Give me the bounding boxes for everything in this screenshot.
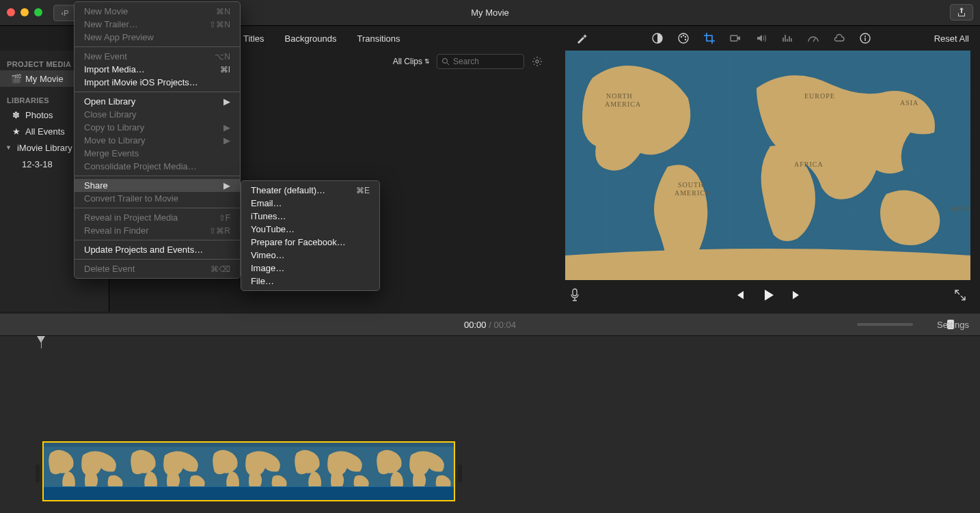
file-menu-item-share[interactable]: Share▶ [74, 179, 240, 192]
file-menu-separator [74, 92, 240, 92]
menu-item-label: Share [84, 180, 108, 191]
cloud-icon[interactable] [832, 31, 846, 45]
file-menu-item-copy-to-library: Copy to Library▶ [74, 121, 240, 134]
file-menu-item-import-media[interactable]: Import Media…⌘I [74, 63, 240, 76]
clip-audio-lane[interactable] [44, 486, 454, 500]
equalizer-icon[interactable] [780, 31, 794, 45]
menu-item-label: File… [251, 276, 274, 286]
menu-item-label: Reveal in Project Media [84, 212, 178, 223]
menu-item-shortcut: ⌘E [356, 186, 370, 195]
menu-item-shortcut: ⇧⌘R [209, 226, 230, 236]
menu-item-label: Theater (default)… [251, 185, 325, 195]
fullscreen-icon[interactable] [954, 289, 966, 303]
submenu-arrow-icon: ▶ [223, 122, 230, 133]
svg-text:EUROPE: EUROPE [804, 92, 835, 100]
world-map-preview: NORTHAMERICA SOUTHAMERICA EUROPE AFRICA … [565, 51, 970, 280]
share-menu-item-itunes[interactable]: iTunes… [241, 210, 379, 223]
submenu-arrow-icon: ▶ [223, 96, 230, 107]
share-menu-item-prepare-for-facebook[interactable]: Prepare for Facebook… [241, 236, 379, 249]
svg-rect-9 [865, 38, 865, 41]
tab-transitions[interactable]: Transitions [357, 33, 400, 44]
menu-item-label: Delete Event [84, 264, 135, 274]
svg-text:SOUTH: SOUTH [678, 181, 704, 189]
search-input-wrapper[interactable] [437, 54, 524, 69]
minimize-window-button[interactable] [21, 8, 29, 16]
timeline-header: 00:00 / 00:04 Settings [0, 313, 980, 336]
menu-item-label: Convert Trailer to Movie [84, 193, 178, 204]
file-menu-item-convert-trailer-to-movie: Convert Trailer to Movie [74, 192, 240, 205]
menu-item-label: Move to Library [84, 135, 146, 145]
share-menu-item-file[interactable]: File… [241, 275, 379, 288]
photos-icon: ✽ [11, 110, 21, 120]
file-menu-item-close-library: Close Library [74, 108, 240, 121]
menu-item-shortcut: ⇧⌘N [209, 20, 230, 29]
svg-text:NORTH: NORTH [606, 92, 633, 100]
file-menu-item-import-imovie-ios-projects[interactable]: Import iMovie iOS Projects… [74, 76, 240, 89]
file-menu-item-consolidate-project-media: Consolidate Project Media… [74, 160, 240, 173]
search-input[interactable] [453, 57, 515, 66]
file-menu-separator [74, 240, 240, 240]
share-menu-item-image[interactable]: Image… [241, 262, 379, 275]
zoom-window-button[interactable] [34, 8, 42, 16]
tab-backgrounds[interactable]: Backgrounds [285, 33, 337, 44]
svg-point-11 [536, 60, 539, 63]
reset-all-button[interactable]: Reset All [934, 33, 969, 44]
svg-point-10 [443, 59, 448, 64]
menu-item-shortcut: ⌘⌫ [210, 264, 230, 274]
camera-icon[interactable] [729, 31, 742, 45]
svg-text:AUSTR: AUSTR [951, 205, 970, 212]
menu-item-label: Prepare for Facebook… [251, 237, 346, 247]
contrast-icon[interactable] [651, 31, 664, 45]
svg-text:ASIA: ASIA [900, 99, 918, 107]
menu-item-shortcut: ⌘N [216, 7, 230, 16]
menu-item-label: New App Preview [84, 32, 154, 42]
share-top-button[interactable] [950, 4, 973, 20]
share-menu-item-email[interactable]: Email… [241, 197, 379, 210]
star-icon: ★ [11, 126, 21, 137]
file-menu-item-update-projects-and-events[interactable]: Update Projects and Events… [74, 243, 240, 256]
svg-point-3 [683, 35, 684, 36]
zoom-slider-track[interactable] [857, 323, 913, 326]
preview-canvas[interactable]: NORTHAMERICA SOUTHAMERICA EUROPE AFRICA … [565, 51, 970, 280]
file-menu-separator [74, 208, 240, 208]
info-icon[interactable] [858, 31, 872, 45]
file-menu-separator [74, 259, 240, 260]
svg-rect-6 [731, 36, 737, 41]
share-menu-item-theater-default[interactable]: Theater (default)…⌘E [241, 184, 379, 197]
inspector-toolbar: Reset All [565, 26, 980, 51]
file-menu: New Movie⌘NNew Trailer…⇧⌘NNew App Previe… [74, 1, 241, 279]
back-button[interactable]: ‹ P [53, 5, 77, 21]
timeline-settings-button[interactable]: Settings [937, 320, 969, 330]
next-button[interactable] [791, 289, 803, 303]
timeline[interactable] [0, 336, 980, 513]
palette-icon[interactable] [677, 31, 690, 45]
crop-icon[interactable] [703, 31, 716, 45]
preview-panel: NORTHAMERICA SOUTHAMERICA EUROPE AFRICA … [565, 51, 970, 311]
file-menu-item-open-library[interactable]: Open Library▶ [74, 95, 240, 108]
menu-item-label: YouTube… [251, 224, 295, 234]
menu-item-label: Close Library [84, 109, 137, 120]
chevron-updown-icon: ⇅ [424, 58, 430, 65]
close-window-button[interactable] [7, 8, 15, 16]
microphone-icon[interactable] [569, 288, 580, 304]
file-menu-item-reveal-in-project-media: Reveal in Project Media⇧F [74, 211, 240, 224]
clip-trim-handle-left[interactable] [36, 465, 40, 482]
volume-icon[interactable] [754, 31, 768, 45]
tab-titles[interactable]: Titles [243, 33, 264, 44]
menu-item-shortcut: ⌘I [220, 65, 230, 74]
play-button[interactable] [761, 288, 776, 305]
svg-text:AMERICA: AMERICA [675, 189, 711, 197]
speed-icon[interactable] [806, 31, 820, 45]
magic-wand-icon[interactable] [575, 31, 588, 45]
submenu-arrow-icon: ▶ [223, 135, 230, 145]
clip-trim-handle-right[interactable] [458, 465, 462, 482]
share-menu-item-youtube[interactable]: YouTube… [241, 223, 379, 236]
share-menu-item-vimeo[interactable]: Vimeo… [241, 249, 379, 262]
previous-button[interactable] [733, 289, 746, 303]
all-clips-dropdown[interactable]: All Clips ⇅ [393, 57, 430, 66]
menu-item-label: Reveal in Finder [84, 225, 149, 236]
menu-item-label: Consolidate Project Media… [84, 161, 197, 171]
gear-icon[interactable] [531, 55, 543, 68]
disclosure-triangle-icon[interactable]: ▼ [5, 144, 12, 151]
timeline-clip[interactable] [42, 441, 455, 501]
